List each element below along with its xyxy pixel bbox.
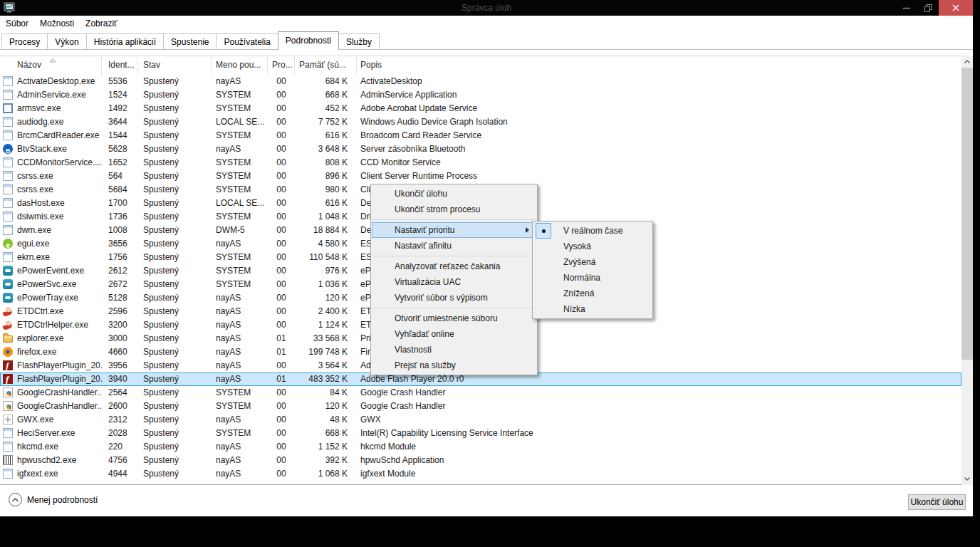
scrollbar-thumb[interactable] [961, 68, 973, 360]
submenu-item[interactable]: Normálna [533, 270, 652, 286]
scroll-down-icon[interactable] [961, 473, 973, 485]
process-name-cell: armsvc.exe [0, 102, 102, 115]
context-menu-item[interactable]: Prejsť na služby [372, 358, 536, 373]
table-row[interactable]: BrcmCardReader.exe 1544 Spustený SYSTEM … [0, 129, 961, 142]
table-row[interactable]: AdminService.exe 1524 Spustený SYSTEM 00… [0, 88, 961, 102]
cpu-cell: 01 [268, 345, 295, 359]
cpu-cell: 00 [268, 170, 295, 183]
submenu-item[interactable]: Vysoká [533, 239, 652, 254]
tab[interactable]: Výkon [47, 33, 86, 50]
process-name-cell: HeciServer.exe [0, 427, 102, 440]
epower-icon [3, 266, 13, 276]
restore-icon[interactable] [917, 0, 939, 16]
titlebar[interactable]: Správca úloh [0, 0, 973, 16]
context-menu-item[interactable]: Nastaviť prioritu [372, 222, 536, 238]
tab[interactable]: Procesy [1, 33, 48, 50]
memory-cell: 120 K [295, 291, 357, 305]
memory-cell: 483 352 K [295, 373, 357, 386]
pid-cell: 5536 [102, 75, 138, 88]
barcode-icon [3, 455, 13, 465]
table-row[interactable]: ActivateDesktop.exe 5536 Spustený nayAS … [0, 75, 961, 88]
table-row[interactable]: GoogleCrashHandler... 2600 Spustený SYST… [0, 400, 961, 413]
fewer-details-toggle[interactable]: Menej podrobností [9, 493, 98, 506]
submenu-item[interactable]: V reálnom čase [533, 223, 652, 239]
user-cell: nayAS [212, 237, 268, 251]
tab[interactable]: História aplikácií [86, 33, 164, 50]
context-menu-item[interactable]: Virtualizácia UAC [372, 274, 536, 290]
cpu-cell: 00 [268, 142, 295, 156]
user-cell: nayAS [212, 440, 268, 454]
app-icon [3, 212, 13, 222]
window-title: Správca úloh [0, 0, 973, 16]
memory-cell: 33 568 K [295, 332, 357, 345]
column-header[interactable]: Stav [138, 56, 212, 75]
context-menu-item[interactable]: Vytvoriť súbor s výpisom [372, 290, 536, 306]
pid-cell: 3644 [102, 115, 138, 129]
close-icon[interactable] [939, 0, 973, 16]
menubar-item[interactable]: Možnosti [34, 16, 80, 31]
context-menu-item[interactable]: Vyhľadať online [372, 326, 536, 342]
cpu-cell: 00 [268, 88, 295, 102]
end-task-button[interactable]: Ukončiť úlohu [908, 494, 966, 510]
table-row[interactable]: BtvStack.exe 5628 Spustený nayAS 00 3 64… [0, 142, 961, 156]
tab[interactable]: Spustenie [163, 33, 217, 50]
app-icon [3, 157, 13, 167]
app-icon [3, 171, 13, 181]
description-cell: CCD Monitor Service [357, 156, 961, 170]
minimize-icon[interactable] [896, 0, 917, 16]
table-row[interactable]: armsvc.exe 1492 Spustený SYSTEM 00 452 K… [0, 102, 961, 115]
flash-icon [3, 360, 13, 370]
status-cell: Spustený [138, 102, 212, 115]
table-row[interactable]: HeciServer.exe 2028 Spustený SYSTEM 00 6… [0, 427, 961, 440]
table-row[interactable]: audiodg.exe 3644 Spustený LOCAL SE... 00… [0, 115, 961, 129]
tab[interactable]: Podrobnosti [278, 31, 339, 50]
user-cell: nayAS [212, 291, 268, 305]
table-row[interactable]: igfxext.exe 4944 Spustený nayAS 00 1 068… [0, 467, 961, 481]
cpu-cell: 00 [268, 197, 295, 210]
memory-cell: 199 748 K [295, 345, 357, 359]
table-row[interactable]: hpwuschd2.exe 4756 Spustený nayAS 00 392… [0, 454, 961, 467]
table-row[interactable]: GWX.exe 2312 Spustený nayAS 00 48 K GWX [0, 413, 961, 427]
status-cell: Spustený [138, 251, 212, 264]
column-header[interactable]: Ident... [102, 56, 138, 75]
process-name-cell: audiodg.exe [0, 115, 102, 129]
sort-ascending-icon [49, 58, 56, 63]
cpu-cell: 00 [268, 278, 295, 291]
submenu-item[interactable]: Znížená [533, 286, 652, 301]
user-cell: nayAS [212, 75, 268, 88]
table-row[interactable]: CCDMonitorService.... 1652 Spustený SYST… [0, 156, 961, 170]
column-header[interactable]: Pamäť (sú... [295, 56, 357, 75]
column-header[interactable]: Popis [357, 56, 961, 75]
scroll-up-icon[interactable] [961, 56, 973, 68]
context-menu-item[interactable]: Nastaviť afinitu [372, 238, 536, 254]
pid-cell: 564 [102, 170, 138, 183]
column-header[interactable]: Meno pou... [212, 56, 268, 75]
context-menu-item[interactable]: Otvoriť umiestnenie súboru [372, 311, 536, 326]
table-row[interactable]: GoogleCrashHandler... 2564 Spustený SYST… [0, 386, 961, 400]
folder-icon [3, 335, 13, 343]
status-cell: Spustený [138, 400, 212, 413]
tab[interactable]: Používatelia [216, 33, 278, 50]
cpu-cell: 00 [268, 264, 295, 278]
vertical-scrollbar[interactable] [961, 56, 973, 485]
tab[interactable]: Služby [338, 33, 380, 50]
submenu-item[interactable]: Zvýšená [533, 254, 652, 270]
user-cell: nayAS [212, 467, 268, 481]
submenu-item[interactable]: Nízka [533, 301, 652, 317]
menubar-item[interactable]: Zobraziť [80, 16, 123, 31]
table-row[interactable]: hkcmd.exe 220 Spustený nayAS 00 1 152 K … [0, 440, 961, 454]
user-cell: SYSTEM [212, 156, 268, 170]
menubar-item[interactable]: Súbor [0, 16, 34, 31]
context-menu-item[interactable]: Vlastnosti [372, 342, 536, 358]
process-name-cell: FlashPlayerPlugin_20... [0, 359, 102, 373]
pid-cell: 1492 [102, 102, 138, 115]
menu-separator [372, 254, 536, 259]
status-cell: Spustený [138, 156, 212, 170]
table-row[interactable]: csrss.exe 564 Spustený SYSTEM 00 896 K C… [0, 170, 961, 183]
pid-cell: 2028 [102, 427, 138, 440]
context-menu-item[interactable]: Ukončiť strom procesu [372, 202, 536, 217]
column-header[interactable]: Pro... [268, 56, 295, 75]
user-cell: SYSTEM [212, 251, 268, 264]
context-menu-item[interactable]: Analyzovať reťazec čakania [372, 259, 536, 274]
context-menu-item[interactable]: Ukončiť úlohu [372, 186, 536, 202]
